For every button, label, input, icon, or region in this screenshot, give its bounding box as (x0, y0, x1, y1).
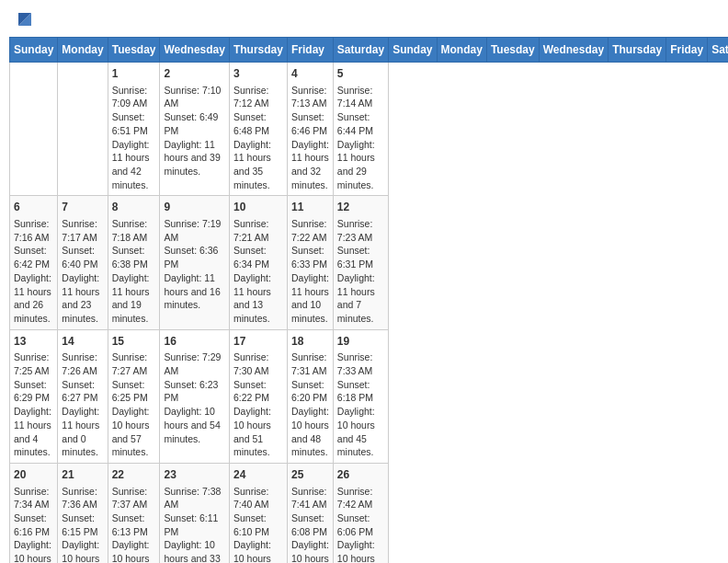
header-day-thursday: Thursday (609, 38, 666, 63)
calendar-cell: 7Sunrise: 7:17 AMSunset: 6:40 PMDaylight… (58, 196, 108, 329)
daylight-text: Daylight: 10 hours and 36 minutes. (112, 538, 156, 563)
day-number: 16 (164, 334, 224, 350)
day-number: 24 (233, 467, 283, 483)
sunrise-text: Sunrise: 7:14 AM (337, 84, 384, 110)
daylight-text: Daylight: 10 hours and 57 minutes. (112, 405, 156, 459)
page-header (9, 9, 719, 29)
day-number: 14 (62, 334, 103, 350)
logo (13, 9, 35, 29)
calendar-cell: 15Sunrise: 7:27 AMSunset: 6:25 PMDayligh… (108, 329, 160, 463)
sunset-text: Sunset: 6:25 PM (112, 378, 156, 405)
day-number: 23 (164, 467, 224, 483)
sunrise-text: Sunrise: 7:40 AM (233, 485, 283, 511)
sunset-text: Sunset: 6:34 PM (233, 244, 283, 270)
header-friday: Friday (287, 38, 333, 63)
sunrise-text: Sunrise: 7:30 AM (233, 350, 283, 377)
header-saturday: Saturday (333, 38, 388, 63)
sunrise-text: Sunrise: 7:22 AM (291, 217, 329, 244)
sunset-text: Sunset: 6:23 PM (164, 378, 224, 405)
daylight-text: Daylight: 10 hours and 30 minutes. (233, 538, 283, 563)
day-number: 4 (291, 66, 329, 82)
sunrise-text: Sunrise: 7:33 AM (337, 350, 384, 377)
header-day-monday: Monday (437, 38, 486, 63)
sunset-text: Sunset: 6:06 PM (337, 511, 384, 538)
sunrise-text: Sunrise: 7:25 AM (14, 350, 53, 377)
sunset-text: Sunset: 6:08 PM (291, 511, 329, 538)
calendar-cell: 2Sunrise: 7:10 AMSunset: 6:49 PMDaylight… (160, 63, 229, 196)
daylight-text: Daylight: 10 hours and 39 minutes. (62, 538, 103, 563)
daylight-text: Daylight: 11 hours and 35 minutes. (233, 138, 283, 192)
daylight-text: Daylight: 11 hours and 19 minutes. (112, 271, 156, 326)
calendar-cell: 23Sunrise: 7:38 AMSunset: 6:11 PMDayligh… (160, 463, 229, 563)
sunrise-text: Sunrise: 7:13 AM (291, 84, 329, 110)
daylight-text: Daylight: 10 hours and 54 minutes. (164, 405, 224, 445)
daylight-text: Daylight: 11 hours and 0 minutes. (62, 405, 103, 459)
daylight-text: Daylight: 10 hours and 51 minutes. (233, 405, 283, 459)
header-thursday: Thursday (229, 38, 287, 63)
header-day-friday: Friday (666, 38, 708, 63)
calendar-cell: 12Sunrise: 7:23 AMSunset: 6:31 PMDayligh… (333, 196, 388, 329)
sunset-text: Sunset: 6:48 PM (233, 110, 283, 137)
calendar-cell: 14Sunrise: 7:26 AMSunset: 6:27 PMDayligh… (58, 329, 108, 463)
sunset-text: Sunset: 6:15 PM (62, 511, 103, 538)
day-number: 25 (291, 467, 329, 483)
daylight-text: Daylight: 10 hours and 42 minutes. (14, 538, 53, 563)
day-number: 15 (112, 334, 156, 350)
daylight-text: Daylight: 10 hours and 48 minutes. (291, 405, 329, 459)
sunrise-text: Sunrise: 7:09 AM (112, 84, 156, 110)
calendar-cell: 16Sunrise: 7:29 AMSunset: 6:23 PMDayligh… (160, 329, 229, 463)
day-number: 17 (233, 334, 283, 350)
sunrise-text: Sunrise: 7:42 AM (337, 485, 384, 511)
day-number: 26 (337, 467, 384, 483)
day-number: 11 (291, 200, 329, 215)
sunset-text: Sunset: 6:29 PM (14, 378, 53, 405)
sunrise-text: Sunrise: 7:36 AM (62, 485, 103, 511)
sunset-text: Sunset: 6:51 PM (112, 110, 156, 137)
sunset-text: Sunset: 6:38 PM (112, 244, 156, 270)
header-wednesday: Wednesday (160, 38, 229, 63)
calendar-cell: 5Sunrise: 7:14 AMSunset: 6:44 PMDaylight… (333, 63, 388, 196)
sunrise-text: Sunrise: 7:29 AM (164, 350, 224, 377)
sunset-text: Sunset: 6:31 PM (337, 244, 384, 270)
sunset-text: Sunset: 6:46 PM (291, 110, 329, 137)
daylight-text: Daylight: 11 hours and 42 minutes. (112, 138, 156, 192)
sunset-text: Sunset: 6:13 PM (112, 511, 156, 538)
calendar-cell: 26Sunrise: 7:42 AMSunset: 6:06 PMDayligh… (333, 463, 388, 563)
calendar-cell: 11Sunrise: 7:22 AMSunset: 6:33 PMDayligh… (287, 196, 333, 329)
day-number: 22 (112, 467, 156, 483)
daylight-text: Daylight: 11 hours and 10 minutes. (291, 271, 329, 326)
daylight-text: Daylight: 11 hours and 23 minutes. (62, 271, 103, 326)
daylight-text: Daylight: 10 hours and 45 minutes. (337, 405, 384, 459)
day-number: 13 (14, 334, 53, 350)
calendar-cell: 9Sunrise: 7:19 AMSunset: 6:36 PMDaylight… (160, 196, 229, 329)
calendar-cell: 4Sunrise: 7:13 AMSunset: 6:46 PMDaylight… (287, 63, 333, 196)
sunset-text: Sunset: 6:16 PM (14, 511, 53, 538)
sunrise-text: Sunrise: 7:38 AM (164, 485, 224, 511)
calendar-table: SundayMondayTuesdayWednesdayThursdayFrid… (9, 37, 728, 563)
calendar-cell: 6Sunrise: 7:16 AMSunset: 6:42 PMDaylight… (10, 196, 58, 329)
sunset-text: Sunset: 6:40 PM (62, 244, 103, 270)
calendar-cell: 10Sunrise: 7:21 AMSunset: 6:34 PMDayligh… (229, 196, 287, 329)
calendar-cell: 8Sunrise: 7:18 AMSunset: 6:38 PMDaylight… (108, 196, 160, 329)
calendar-cell: 25Sunrise: 7:41 AMSunset: 6:08 PMDayligh… (287, 463, 333, 563)
calendar-cell: 13Sunrise: 7:25 AMSunset: 6:29 PMDayligh… (10, 329, 58, 463)
header-monday: Monday (58, 38, 108, 63)
sunset-text: Sunset: 6:27 PM (62, 378, 103, 405)
sunrise-text: Sunrise: 7:19 AM (164, 217, 224, 244)
calendar-header-row: SundayMondayTuesdayWednesdayThursdayFrid… (10, 38, 729, 63)
day-number: 10 (233, 200, 283, 215)
sunrise-text: Sunrise: 7:12 AM (233, 84, 283, 110)
daylight-text: Daylight: 11 hours and 7 minutes. (337, 271, 384, 326)
sunrise-text: Sunrise: 7:23 AM (337, 217, 384, 244)
calendar-week-4: 20Sunrise: 7:34 AMSunset: 6:16 PMDayligh… (10, 463, 729, 563)
day-number: 9 (164, 200, 224, 215)
sunrise-text: Sunrise: 7:31 AM (291, 350, 329, 377)
sunrise-text: Sunrise: 7:16 AM (14, 217, 53, 244)
calendar-cell: 18Sunrise: 7:31 AMSunset: 6:20 PMDayligh… (287, 329, 333, 463)
day-number: 7 (62, 200, 103, 215)
sunrise-text: Sunrise: 7:26 AM (62, 350, 103, 377)
header-day-saturday: Saturday (708, 38, 728, 63)
day-number: 1 (112, 66, 156, 82)
day-number: 5 (337, 66, 384, 82)
day-number: 12 (337, 200, 384, 215)
